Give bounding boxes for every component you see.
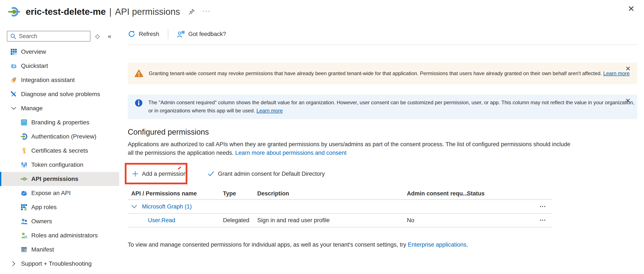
warning-banner: Granting tenant-wide consent may revoke … xyxy=(128,62,637,84)
checkmark-icon xyxy=(207,170,214,177)
quickstart-cloud-icon xyxy=(10,62,17,69)
resize-diamond-icon[interactable]: ◇ xyxy=(95,33,100,40)
grant-admin-consent-button[interactable]: Grant admin consent for Default Director… xyxy=(207,170,325,177)
blade-name: API permissions xyxy=(115,7,180,17)
search-box[interactable] xyxy=(7,31,90,41)
close-blade-icon[interactable]: ✕ xyxy=(628,5,634,13)
info-banner: The "Admin consent required" column show… xyxy=(128,95,637,119)
sidebar-item-label: Authentication (Preview) xyxy=(31,133,96,140)
warning-text: Granting tenant-wide consent may revoke … xyxy=(149,70,630,76)
more-actions-icon[interactable]: ··· xyxy=(202,7,211,14)
sidebar-item-api-permissions[interactable]: API permissions xyxy=(0,172,119,186)
sidebar-item-diagnose[interactable]: Diagnose and solve problems xyxy=(0,87,119,101)
chevron-down-icon xyxy=(10,105,17,112)
sidebar-item-label: Manifest xyxy=(31,246,54,253)
sidebar-item-token-configuration[interactable]: Token configuration xyxy=(0,158,119,172)
sidebar-item-label: Roles and administrators xyxy=(31,232,98,239)
sidebar-item-label: Diagnose and solve problems xyxy=(21,91,100,98)
info-text-line2: or in organizations where this app will … xyxy=(148,107,634,115)
sidebar-item-label: Token configuration xyxy=(31,161,84,168)
col-header-status[interactable]: Status xyxy=(464,190,494,197)
add-permission-label: Add a permission xyxy=(142,171,187,177)
col-header-admin-consent[interactable]: Admin consent requ... xyxy=(404,190,464,197)
sidebar-section-label: Support + Troubleshooting xyxy=(21,260,92,267)
sidebar-item-branding[interactable]: www Branding & properties xyxy=(0,115,119,130)
section-description-line2-body: all the permissions the application need… xyxy=(128,150,235,156)
permissions-consent-link[interactable]: Learn more about permissions and consent xyxy=(235,150,346,156)
refresh-label: Refresh xyxy=(139,31,159,37)
feedback-button[interactable]: Got feedback? xyxy=(177,30,226,38)
row-actions-ellipsis[interactable]: ••• xyxy=(494,204,552,209)
col-header-name[interactable]: API / Permissions name xyxy=(128,190,220,197)
pin-icon[interactable] xyxy=(188,8,195,16)
annotation-arrow-mark xyxy=(178,166,181,170)
sidebar-item-certificates[interactable]: Certificates & secrets xyxy=(0,144,119,158)
enterprise-applications-link[interactable]: Enterprise applications xyxy=(408,242,466,248)
sidebar-section-label: Manage xyxy=(21,105,43,112)
page-title: eric-test-delete-me | API permissions xyxy=(26,7,180,17)
feedback-icon xyxy=(177,30,185,38)
row-actions-ellipsis[interactable]: ••• xyxy=(494,218,552,222)
overview-grid-icon xyxy=(10,48,17,55)
page-header: eric-test-delete-me | API permissions ··… xyxy=(0,0,644,23)
footer-note-suffix: . xyxy=(466,242,468,248)
toolbar-divider xyxy=(168,29,168,39)
add-permission-button[interactable]: Add a permission xyxy=(128,171,187,177)
plus-icon xyxy=(132,171,138,177)
sidebar-item-quickstart[interactable]: Quickstart xyxy=(0,59,119,73)
group-name-cell: Microsoft Graph (1) xyxy=(128,203,220,210)
sidebar-item-app-roles[interactable]: App roles xyxy=(0,200,119,214)
search-icon xyxy=(10,33,16,39)
cloud-gears-icon xyxy=(20,190,28,196)
footer-note-text: To view and manage consented permissions… xyxy=(128,242,408,248)
command-bar: Refresh Got feedback? xyxy=(128,23,637,45)
info-learn-more-link[interactable]: Learn more xyxy=(256,108,283,114)
svg-text:www: www xyxy=(22,120,26,122)
sidebar-item-label: App roles xyxy=(31,204,56,211)
refresh-icon xyxy=(128,30,136,38)
sidebar-item-roles-administrators[interactable]: Roles and administrators xyxy=(0,228,119,243)
user-read-link[interactable]: User.Read xyxy=(148,217,175,224)
admin-consent-cell: No xyxy=(404,217,464,224)
microsoft-graph-link[interactable]: Microsoft Graph (1) xyxy=(142,203,192,210)
app-registration-icon xyxy=(8,5,20,18)
chevron-down-icon[interactable] xyxy=(131,204,137,209)
warning-icon xyxy=(135,69,143,78)
sidebar-item-label: Expose an API xyxy=(31,190,71,196)
sidebar-item-overview[interactable]: Overview xyxy=(0,45,119,59)
section-title: Configured permissions xyxy=(128,128,637,137)
sidebar-item-manifest[interactable]: {} Manifest xyxy=(0,243,119,257)
sidebar-item-owners[interactable]: Owners xyxy=(0,214,119,228)
grant-admin-consent-label: Grant admin consent for Default Director… xyxy=(218,171,325,177)
col-header-type[interactable]: Type xyxy=(220,190,254,197)
table-header-row: API / Permissions name Type Description … xyxy=(128,188,552,200)
info-text-line1: The "Admin consent required" column show… xyxy=(148,99,634,107)
sidebar-item-label: Owners xyxy=(31,218,52,225)
authentication-arrow-icon xyxy=(20,133,28,140)
people-icon xyxy=(20,218,28,225)
sidebar-item-expose-api[interactable]: Expose an API xyxy=(0,186,119,200)
key-icon xyxy=(20,147,28,154)
sidebar-item-authentication[interactable]: Authentication (Preview) xyxy=(0,130,119,144)
section-description-line2: all the permissions the application need… xyxy=(128,148,637,157)
sliders-icon xyxy=(20,161,28,168)
title-separator: | xyxy=(109,7,112,17)
table-group-row-microsoft-graph: Microsoft Graph (1) ••• xyxy=(128,200,552,214)
col-header-description[interactable]: Description xyxy=(254,190,404,197)
sidebar-item-label: Branding & properties xyxy=(31,119,90,126)
sidebar-section-manage[interactable]: Manage xyxy=(0,101,119,115)
permission-description-cell: Sign in and read user profile xyxy=(254,217,404,224)
search-input[interactable] xyxy=(19,33,88,40)
footer-note: To view and manage consented permissions… xyxy=(128,242,637,248)
collapse-sidebar-icon[interactable]: « xyxy=(108,32,112,40)
sidebar-item-label: API permissions xyxy=(31,175,78,182)
sidebar-item-integration-assistant[interactable]: Integration assistant xyxy=(0,73,119,87)
info-icon xyxy=(135,99,143,107)
sidebar-section-support[interactable]: Support + Troubleshooting xyxy=(0,257,119,271)
permission-type-cell: Delegated xyxy=(220,217,254,224)
info-close-icon[interactable]: ✕ xyxy=(625,98,631,104)
info-text-line2-body: or in organizations where this app will … xyxy=(148,108,256,114)
warning-close-icon[interactable]: ✕ xyxy=(625,65,631,72)
refresh-button[interactable]: Refresh xyxy=(128,30,159,38)
api-permissions-page: eric-test-delete-me | API permissions ··… xyxy=(0,0,644,274)
